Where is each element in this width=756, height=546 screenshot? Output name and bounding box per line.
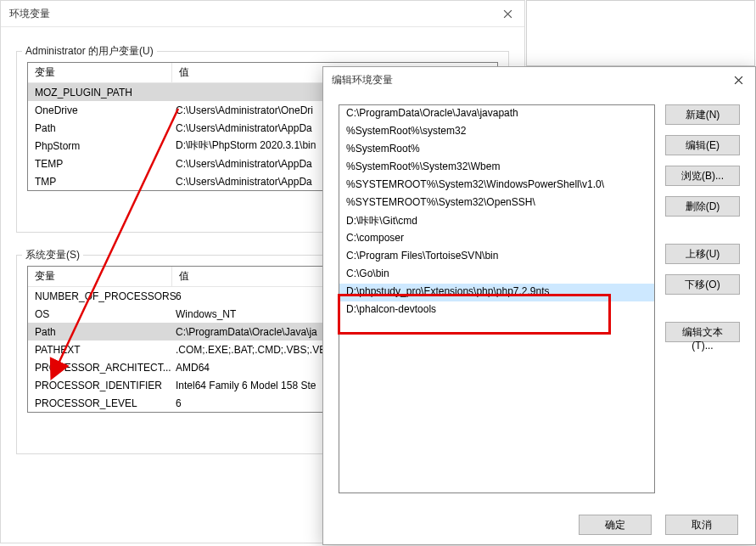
list-item[interactable]: D:\phalcon-devtools: [339, 301, 654, 319]
list-item[interactable]: %SystemRoot%\System32\Wbem: [339, 159, 654, 177]
col-variable[interactable]: 变量: [28, 267, 172, 286]
edit-title: 编辑环境变量: [332, 73, 393, 87]
list-item[interactable]: D:\咔咔\Git\cmd: [339, 212, 654, 230]
list-item[interactable]: C:\ProgramData\Oracle\Java\javapath: [339, 105, 654, 123]
edit-button[interactable]: 编辑(E): [665, 135, 740, 155]
browse-button[interactable]: 浏览(B)...: [665, 166, 740, 186]
var-name: PhpStorm: [35, 140, 176, 152]
var-name: MOZ_PLUGIN_PATH: [35, 87, 176, 99]
list-item[interactable]: C:\Go\bin: [339, 266, 654, 284]
env-titlebar: 环境变量: [1, 1, 524, 27]
delete-button[interactable]: 删除(D): [665, 196, 740, 217]
var-name: OneDrive: [35, 104, 176, 116]
edit-text-button[interactable]: 编辑文本(T)...: [665, 322, 740, 342]
ok-button[interactable]: 确定: [579, 515, 652, 535]
new-button[interactable]: 新建(N): [665, 104, 740, 125]
list-item[interactable]: %SYSTEMROOT%\System32\OpenSSH\: [339, 194, 654, 212]
edit-footer: 确定 取消: [323, 505, 755, 544]
var-name: TMP: [35, 176, 176, 188]
col-variable[interactable]: 变量: [28, 63, 172, 82]
move-up-button[interactable]: 上移(U): [665, 244, 740, 264]
var-name: NUMBER_OF_PROCESSORS: [35, 290, 176, 302]
env-title: 环境变量: [9, 7, 50, 21]
list-item[interactable]: C:\Program Files\TortoiseSVN\bin: [339, 248, 654, 266]
path-list[interactable]: C:\ProgramData\Oracle\Java\javapath%Syst…: [339, 104, 655, 493]
var-name: PATHEXT: [35, 344, 176, 356]
cancel-button[interactable]: 取消: [665, 515, 738, 535]
list-item[interactable]: %SystemRoot%: [339, 141, 654, 159]
var-name: PROCESSOR_IDENTIFIER: [35, 380, 176, 391]
edit-titlebar: 编辑环境变量: [323, 67, 755, 93]
var-name: TEMP: [35, 158, 176, 170]
var-name: PROCESSOR_LEVEL: [35, 397, 176, 409]
edit-env-var-dialog: 编辑环境变量 C:\ProgramData\Oracle\Java\javapa…: [322, 66, 756, 545]
move-down-button[interactable]: 下移(O): [665, 274, 740, 295]
side-buttons: 新建(N) 编辑(E) 浏览(B)... 删除(D) 上移(U) 下移(O) 编…: [665, 104, 740, 493]
edit-body: C:\ProgramData\Oracle\Java\javapath%Syst…: [323, 93, 755, 505]
list-item[interactable]: %SystemRoot%\system32: [339, 123, 654, 141]
list-item[interactable]: C:\composer: [339, 230, 654, 248]
var-name: OS: [35, 308, 176, 320]
var-name: Path: [35, 326, 176, 338]
close-icon[interactable]: [490, 1, 524, 27]
var-name: PROCESSOR_ARCHITECT...: [35, 362, 176, 374]
var-name: Path: [35, 122, 176, 134]
list-item[interactable]: D:\phpstudy_pro\Extensions\php\php7.2.9n…: [339, 284, 654, 301]
list-item[interactable]: %SYSTEMROOT%\System32\WindowsPowerShell\…: [339, 177, 654, 194]
close-icon[interactable]: [721, 67, 755, 93]
user-vars-label: Administrator 的用户变量(U): [22, 44, 157, 59]
system-vars-label: 系统变量(S): [22, 248, 83, 262]
background-panel: [526, 0, 755, 66]
